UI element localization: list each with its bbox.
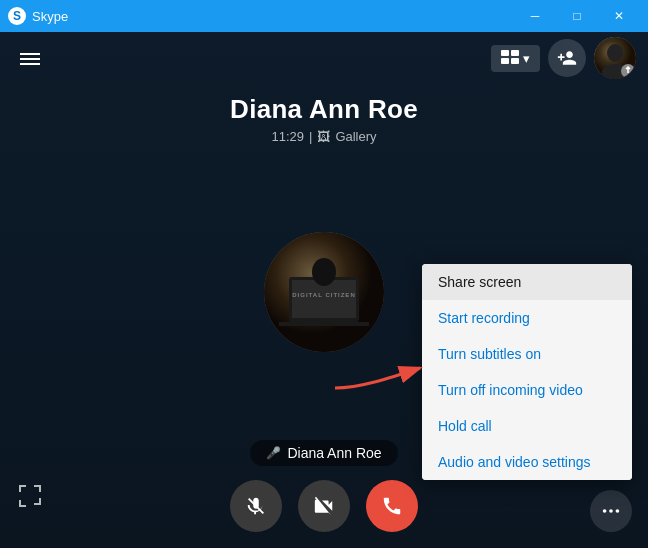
gallery-label: Gallery	[335, 129, 376, 144]
menu-item-turn-subtitles-on[interactable]: Turn subtitles on	[422, 336, 632, 372]
svg-rect-3	[511, 50, 519, 56]
corner-icons	[16, 482, 44, 516]
more-options-button[interactable]	[590, 490, 632, 532]
status-separator: |	[309, 129, 312, 144]
caller-avatar: DIGITAL CITIZEN	[264, 232, 384, 352]
gallery-icon: 🖼	[317, 129, 330, 144]
name-tag-text: Diana Ann Roe	[287, 445, 381, 461]
more-dots-icon	[600, 500, 622, 522]
call-time: 11:29	[271, 129, 304, 144]
maximize-button[interactable]: □	[556, 0, 598, 32]
svg-text:S: S	[13, 9, 21, 23]
call-status: 11:29 | 🖼 Gallery	[0, 129, 648, 144]
controls-row	[0, 480, 648, 532]
skype-logo-icon: S	[8, 7, 26, 25]
menu-item-start-recording[interactable]: Start recording	[422, 300, 632, 336]
window-controls: ─ □ ✕	[514, 0, 640, 32]
avatar-background: DIGITAL CITIZEN	[264, 232, 384, 352]
svg-point-16	[603, 509, 607, 513]
menu-item-share-screen[interactable]: Share screen	[422, 264, 632, 300]
svg-text:DIGITAL CITIZEN: DIGITAL CITIZEN	[292, 292, 355, 298]
turn-off-incoming-video-label: Turn off incoming video	[438, 382, 583, 398]
svg-rect-4	[501, 58, 509, 64]
end-call-icon	[381, 495, 403, 517]
mute-button[interactable]	[230, 480, 282, 532]
menu-item-audio-video-settings[interactable]: Audio and video settings	[422, 444, 632, 480]
add-people-button[interactable]	[548, 39, 586, 77]
call-area: ▾	[0, 32, 648, 548]
layout-icon	[501, 50, 519, 67]
top-right-controls: ▾	[491, 37, 636, 79]
camera-off-icon	[313, 495, 335, 517]
name-tag-inner: 🎤 Diana Ann Roe	[250, 440, 397, 466]
menu-item-hold-call[interactable]: Hold call	[422, 408, 632, 444]
title-bar-left: S Skype	[8, 7, 68, 25]
mic-off-icon: 🎤	[266, 446, 281, 460]
svg-point-17	[609, 509, 613, 513]
video-off-button[interactable]	[298, 480, 350, 532]
hold-call-label: Hold call	[438, 418, 492, 434]
layout-button[interactable]: ▾	[491, 45, 540, 72]
layout-arrow-icon: ▾	[523, 51, 530, 66]
arrow-indicator	[330, 360, 430, 400]
end-call-button[interactable]	[366, 480, 418, 532]
arrow-svg	[330, 360, 430, 396]
svg-rect-5	[511, 58, 519, 64]
app-title: Skype	[32, 9, 68, 24]
svg-rect-14	[279, 322, 369, 326]
scan-icon	[16, 488, 44, 515]
microphone-muted-icon	[245, 495, 267, 517]
hamburger-menu-button[interactable]	[16, 47, 44, 69]
close-button[interactable]: ✕	[598, 0, 640, 32]
share-screen-label: Share screen	[438, 274, 521, 290]
caller-name: Diana Ann Roe	[0, 94, 648, 125]
user-avatar-top[interactable]	[594, 37, 636, 79]
minimize-button[interactable]: ─	[514, 0, 556, 32]
svg-point-7	[607, 44, 623, 62]
svg-point-18	[616, 509, 620, 513]
audio-video-settings-label: Audio and video settings	[438, 454, 591, 470]
add-person-icon	[557, 48, 577, 68]
turn-subtitles-on-label: Turn subtitles on	[438, 346, 541, 362]
context-menu: Share screen Start recording Turn subtit…	[422, 264, 632, 480]
hamburger-icon	[20, 53, 40, 65]
svg-point-13	[312, 258, 336, 286]
menu-item-turn-off-incoming-video[interactable]: Turn off incoming video	[422, 372, 632, 408]
avatar-badge	[621, 64, 635, 78]
start-recording-label: Start recording	[438, 310, 530, 326]
top-bar: ▾	[0, 32, 648, 84]
svg-rect-2	[501, 50, 509, 56]
call-info: Diana Ann Roe 11:29 | 🖼 Gallery	[0, 84, 648, 144]
title-bar: S Skype ─ □ ✕	[0, 0, 648, 32]
